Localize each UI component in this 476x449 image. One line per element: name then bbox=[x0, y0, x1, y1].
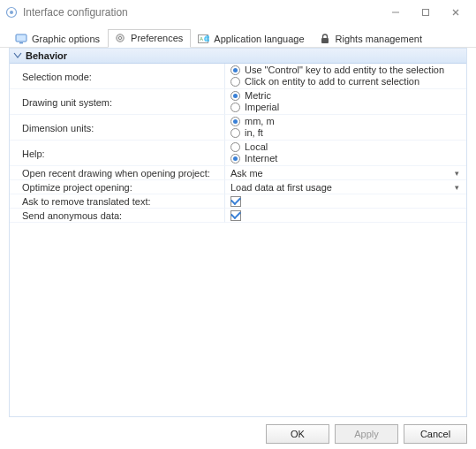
radio-icon bbox=[230, 128, 240, 138]
combo-value: Ask me bbox=[230, 168, 263, 179]
button-label: OK bbox=[291, 429, 305, 439]
chevron-down-icon: ▾ bbox=[455, 183, 461, 192]
svg-rect-7 bbox=[19, 42, 23, 43]
svg-text:🌐: 🌐 bbox=[204, 35, 209, 42]
radio-icon bbox=[230, 77, 240, 87]
dialog-buttons: OK Apply Cancel bbox=[266, 424, 467, 444]
setting-label: Send anonymous data: bbox=[10, 209, 225, 223]
section-title: Behavior bbox=[26, 50, 67, 61]
tab-preferences[interactable]: Preferences bbox=[108, 29, 191, 48]
chevron-down-icon: ▾ bbox=[455, 169, 461, 178]
tab-graphic-options[interactable]: Graphic options bbox=[9, 29, 108, 48]
app-icon bbox=[5, 6, 18, 19]
content-panel: Behavior Selection mode: Use "Control" k… bbox=[9, 48, 467, 417]
radio-label: in, ft bbox=[245, 127, 263, 139]
setting-open-recent: Open recent drawing when opening project… bbox=[10, 166, 466, 180]
radio-icon bbox=[230, 103, 240, 112]
language-icon: A🌐 bbox=[197, 33, 209, 45]
tab-bar: Graphic options Preferences A🌐 Applicati… bbox=[0, 25, 476, 48]
section-header-behavior[interactable]: Behavior bbox=[10, 49, 466, 64]
setting-label: Dimension units: bbox=[10, 115, 225, 141]
apply-button[interactable]: Apply bbox=[335, 424, 398, 444]
svg-rect-6 bbox=[16, 34, 26, 42]
setting-label: Open recent drawing when opening project… bbox=[10, 166, 225, 180]
gear-icon bbox=[114, 32, 126, 44]
radio-label: Internet bbox=[245, 153, 277, 164]
title-bar: Interface configuration bbox=[0, 0, 476, 25]
window-controls bbox=[381, 3, 471, 22]
radio-imperial[interactable]: Imperial bbox=[230, 102, 461, 113]
setting-dimension-units: Dimension units: mm, m in, ft bbox=[10, 115, 466, 141]
lock-icon bbox=[319, 33, 331, 45]
tab-label: Rights management bbox=[336, 34, 422, 44]
tab-application-language[interactable]: A🌐 Application language bbox=[191, 29, 312, 48]
cancel-button[interactable]: Cancel bbox=[404, 424, 467, 444]
svg-text:A: A bbox=[200, 36, 203, 42]
checkbox-send-anon[interactable] bbox=[230, 210, 241, 221]
setting-label: Selection mode: bbox=[10, 64, 225, 89]
button-label: Cancel bbox=[420, 429, 450, 439]
radio-label: Metric bbox=[245, 90, 271, 102]
setting-label: Ask to remove translated text: bbox=[10, 194, 225, 209]
combo-open-recent[interactable]: Ask me ▾ bbox=[230, 167, 461, 179]
radio-mm[interactable]: mm, m bbox=[230, 116, 461, 127]
radio-icon bbox=[230, 142, 240, 152]
radio-icon bbox=[230, 65, 240, 75]
tab-label: Application language bbox=[214, 34, 304, 44]
setting-label: Drawing unit system: bbox=[10, 89, 225, 115]
setting-drawing-unit: Drawing unit system: Metric Imperial bbox=[10, 89, 466, 115]
radio-label: Use "Control" key to add entity to the s… bbox=[245, 65, 444, 76]
maximize-button[interactable] bbox=[411, 3, 441, 22]
svg-point-9 bbox=[118, 36, 121, 39]
radio-icon bbox=[230, 154, 240, 164]
setting-ask-translated: Ask to remove translated text: bbox=[10, 194, 466, 209]
monitor-icon bbox=[15, 33, 27, 45]
radio-selection-control[interactable]: Use "Control" key to add entity to the s… bbox=[230, 65, 461, 76]
setting-selection-mode: Selection mode: Use "Control" key to add… bbox=[10, 64, 466, 89]
ok-button[interactable]: OK bbox=[266, 424, 329, 444]
radio-label: Imperial bbox=[245, 102, 279, 113]
tab-rights-management[interactable]: Rights management bbox=[313, 29, 430, 48]
combo-value: Load data at first usage bbox=[230, 182, 332, 193]
collapse-icon bbox=[13, 51, 22, 60]
radio-icon bbox=[230, 91, 240, 101]
radio-metric[interactable]: Metric bbox=[230, 90, 461, 102]
tab-label: Preferences bbox=[131, 33, 183, 43]
radio-label: mm, m bbox=[245, 116, 275, 127]
window-title: Interface configuration bbox=[23, 6, 128, 19]
setting-label: Help: bbox=[10, 141, 225, 166]
svg-point-1 bbox=[10, 11, 13, 14]
radio-selection-click[interactable]: Click on entity to add to current select… bbox=[230, 76, 461, 88]
setting-help: Help: Local Internet bbox=[10, 141, 466, 166]
svg-rect-13 bbox=[321, 38, 329, 43]
tab-label: Graphic options bbox=[32, 34, 100, 44]
setting-optimize: Optimize project opening: Load data at f… bbox=[10, 180, 466, 194]
radio-in[interactable]: in, ft bbox=[230, 127, 461, 139]
radio-label: Local bbox=[245, 141, 268, 153]
radio-help-local[interactable]: Local bbox=[230, 141, 461, 153]
radio-label: Click on entity to add to current select… bbox=[245, 76, 419, 88]
minimize-button[interactable] bbox=[381, 3, 411, 22]
radio-icon bbox=[230, 117, 240, 126]
radio-help-internet[interactable]: Internet bbox=[230, 153, 461, 164]
close-button[interactable] bbox=[441, 3, 471, 22]
setting-label: Optimize project opening: bbox=[10, 180, 225, 194]
button-label: Apply bbox=[354, 429, 379, 439]
svg-rect-3 bbox=[423, 10, 429, 16]
combo-optimize[interactable]: Load data at first usage ▾ bbox=[230, 181, 461, 193]
checkbox-ask-translated[interactable] bbox=[230, 196, 241, 207]
setting-send-anon: Send anonymous data: bbox=[10, 209, 466, 223]
